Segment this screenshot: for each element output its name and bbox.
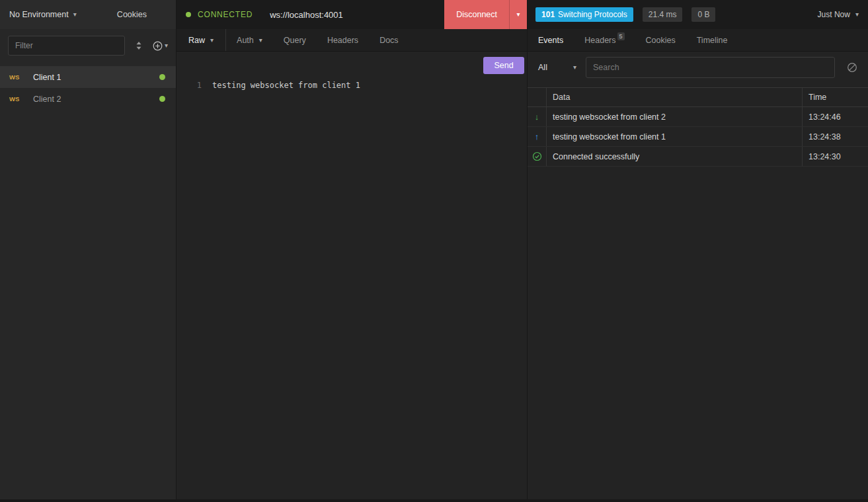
add-request-button[interactable]: ▾ [153, 41, 168, 51]
tab-docs-label: Docs [379, 36, 398, 45]
cell-icon: ↑ [528, 127, 546, 146]
block-icon [847, 62, 857, 73]
tab-events[interactable]: Events [528, 29, 574, 51]
arrow-down-received-icon: ↓ [535, 112, 539, 121]
connected-dot-icon [159, 74, 165, 80]
events-table-header: Data Time [528, 87, 868, 107]
cell-data: Connected successfully [546, 147, 802, 166]
response-tabs: Events Headers 5 Cookies Timeline [528, 29, 868, 52]
events-table: Data Time ↓ testing websocket from clien… [528, 87, 868, 167]
request-panel: CONNECTED ws://localhost:4001 Disconnect… [177, 0, 528, 499]
environment-selector[interactable]: No Environment ▾ [9, 10, 77, 19]
table-row[interactable]: ↓ testing websocket from client 2 13:24:… [528, 107, 868, 127]
cell-icon: ↓ [528, 107, 546, 126]
tab-timeline[interactable]: Timeline [686, 29, 738, 51]
status-text: Switching Protocols [558, 10, 627, 19]
check-circle-icon [532, 151, 542, 161]
clear-events-button[interactable] [847, 62, 857, 73]
tab-docs[interactable]: Docs [369, 29, 409, 51]
tab-query[interactable]: Query [273, 29, 317, 51]
filter-input[interactable] [8, 36, 125, 56]
header-icon-column [528, 88, 546, 106]
plus-circle-icon [153, 41, 163, 51]
event-type-selected: All [538, 63, 547, 72]
events-search-input[interactable] [586, 57, 835, 78]
list-item-client-2[interactable]: WS Client 2 [0, 88, 176, 110]
cell-time: 13:24:46 [802, 107, 868, 126]
cell-data: testing websocket from client 2 [546, 107, 802, 126]
sort-icon[interactable] [134, 41, 143, 50]
status-badge: 101 Switching Protocols [535, 7, 633, 22]
tab-raw-label: Raw [188, 36, 205, 45]
disconnect-dropdown-toggle[interactable]: ▾ [509, 0, 527, 29]
response-size-badge: 0 B [691, 7, 715, 22]
sidebar-filter-row: ▾ [0, 29, 176, 62]
tab-headers[interactable]: Headers [317, 29, 369, 51]
ws-type-badge: WS [9, 95, 24, 103]
send-row: Send [177, 52, 527, 79]
request-name: Client 2 [33, 95, 150, 104]
updated-time-label: Just Now [818, 10, 850, 19]
cell-data: testing websocket from client 1 [546, 127, 802, 146]
request-list: WS Client 1 WS Client 2 [0, 66, 176, 110]
connection-status-dot-icon [186, 12, 191, 17]
tab-auth-label: Auth [237, 36, 254, 45]
tab-cookies[interactable]: Cookies [635, 29, 686, 51]
send-button[interactable]: Send [483, 57, 524, 74]
header-data-column: Data [546, 88, 802, 106]
chevron-down-icon: ▾ [259, 37, 262, 44]
request-name: Client 1 [33, 73, 150, 82]
tab-events-label: Events [538, 36, 563, 45]
chevron-down-icon: ▾ [210, 37, 214, 44]
cell-time: 13:24:38 [802, 127, 868, 146]
connection-topbar: CONNECTED ws://localhost:4001 Disconnect… [177, 0, 527, 29]
tab-response-headers[interactable]: Headers 5 [574, 29, 635, 51]
tab-timeline-label: Timeline [697, 36, 728, 45]
header-time-column: Time [802, 88, 868, 106]
table-row[interactable]: ↑ testing websocket from client 1 13:24:… [528, 127, 868, 147]
disconnect-button-label[interactable]: Disconnect [444, 0, 509, 29]
sidebar: No Environment ▾ Cookies ▾ [0, 0, 177, 499]
editor-line: 1 testing websocket from client 1 [177, 79, 527, 91]
chevron-down-icon: ▾ [855, 11, 859, 18]
updated-time-selector[interactable]: Just Now ▾ [818, 10, 859, 19]
disconnect-button[interactable]: Disconnect ▾ [444, 0, 527, 29]
list-item-client-1[interactable]: WS Client 1 [0, 66, 176, 88]
tab-response-headers-label: Headers [584, 36, 615, 45]
response-time-badge: 21.4 ms [643, 7, 683, 22]
tab-cookies-label: Cookies [646, 36, 676, 45]
websocket-client-app: No Environment ▾ Cookies ▾ [0, 0, 868, 502]
tab-auth[interactable]: Auth ▾ [226, 29, 273, 51]
headers-count-badge: 5 [617, 32, 625, 40]
chevron-down-icon: ▾ [573, 64, 576, 71]
ws-type-badge: WS [9, 73, 24, 81]
status-code: 101 [541, 10, 555, 19]
line-number: 1 [177, 81, 202, 90]
cell-icon [528, 147, 546, 166]
event-type-select[interactable]: All ▾ [538, 63, 576, 72]
tab-query-label: Query [284, 36, 306, 45]
response-panel: 101 Switching Protocols 21.4 ms 0 B Just… [528, 0, 868, 499]
arrow-up-sent-icon: ↑ [535, 132, 539, 141]
environment-label: No Environment [9, 10, 69, 19]
connected-dot-icon [159, 96, 165, 102]
websocket-url: ws://localhost:4001 [270, 10, 343, 20]
chevron-down-icon: ▾ [165, 42, 168, 49]
request-tabs: Raw ▾ Auth ▾ Query Headers Docs [177, 29, 527, 52]
tab-headers-label: Headers [327, 36, 358, 45]
events-filter-bar: All ▾ [528, 52, 868, 83]
tab-raw[interactable]: Raw ▾ [177, 29, 226, 51]
response-topbar: 101 Switching Protocols 21.4 ms 0 B Just… [528, 0, 868, 29]
chevron-down-icon: ▾ [517, 11, 520, 18]
message-text: testing websocket from client 1 [212, 81, 360, 90]
message-editor[interactable]: 1 testing websocket from client 1 [177, 79, 527, 499]
cell-time: 13:24:30 [802, 147, 868, 166]
chevron-down-icon: ▾ [73, 11, 77, 18]
connection-status-label: CONNECTED [198, 10, 253, 19]
table-row[interactable]: Connected successfully 13:24:30 [528, 147, 868, 167]
sidebar-topbar: No Environment ▾ Cookies [0, 0, 176, 29]
cookies-link[interactable]: Cookies [117, 10, 147, 19]
